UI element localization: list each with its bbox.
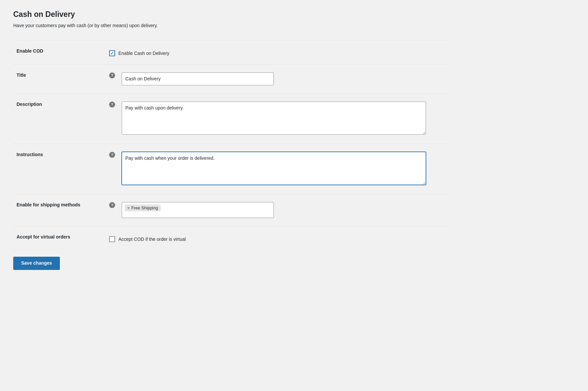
page-title: Cash on Delivery xyxy=(13,10,450,19)
shipping-methods-select[interactable]: × Free Shipping xyxy=(122,202,274,218)
row-description: Description ? Pay with cash upon deliver… xyxy=(13,94,450,144)
checkbox-wrapper-enable-cod[interactable]: ✓ Enable Cash on Delivery xyxy=(109,48,446,56)
field-label-enable-cod: Enable COD xyxy=(17,48,43,54)
tag-label-free-shipping: Free Shipping xyxy=(131,205,158,210)
enable-cod-label: Enable Cash on Delivery xyxy=(118,51,169,56)
field-label-description: Description xyxy=(17,102,42,107)
help-icon-shipping-methods[interactable]: ? xyxy=(109,202,115,208)
settings-table: Enable COD ✓ Enable Cash on Delivery Tit… xyxy=(13,40,450,250)
help-cell-description: ? xyxy=(106,94,118,144)
field-label-shipping-methods: Enable for shipping methods xyxy=(17,202,80,207)
tag-remove-free-shipping[interactable]: × xyxy=(127,206,130,210)
help-icon-description[interactable]: ? xyxy=(109,102,115,108)
help-cell-title: ? xyxy=(106,65,118,94)
label-title: Title xyxy=(13,65,106,94)
instructions-textarea[interactable]: Pay with cash when your order is deliver… xyxy=(122,152,426,185)
enable-cod-checkbox[interactable]: ✓ xyxy=(109,50,115,56)
checkmark-icon: ✓ xyxy=(110,51,114,56)
input-cell-description: Pay with cash upon delivery. xyxy=(118,94,450,144)
row-enable-cod: Enable COD ✓ Enable Cash on Delivery xyxy=(13,40,450,65)
field-label-virtual-orders: Accept for virtual orders xyxy=(17,234,70,239)
label-instructions: Instructions xyxy=(13,144,106,194)
virtual-orders-label: Accept COD if the order is virtual xyxy=(118,237,186,242)
help-cell-instructions: ? xyxy=(106,144,118,194)
title-input[interactable] xyxy=(122,72,274,85)
input-cell-enable-cod: ✓ Enable Cash on Delivery xyxy=(106,40,450,65)
page-wrapper: Cash on Delivery Have your customers pay… xyxy=(0,0,463,280)
input-cell-title xyxy=(118,65,450,94)
field-label-instructions: Instructions xyxy=(17,152,43,157)
description-textarea[interactable]: Pay with cash upon delivery. xyxy=(122,102,426,135)
label-shipping-methods: Enable for shipping methods xyxy=(13,194,106,226)
virtual-orders-checkbox[interactable] xyxy=(109,236,115,242)
row-title: Title ? xyxy=(13,65,450,94)
label-description: Description xyxy=(13,94,106,144)
help-cell-shipping-methods: ? xyxy=(106,194,118,226)
page-subtitle: Have your customers pay with cash (or by… xyxy=(13,23,450,28)
tag-free-shipping: × Free Shipping xyxy=(125,204,161,211)
input-cell-shipping-methods: × Free Shipping xyxy=(118,194,450,226)
checkbox-wrapper-virtual-orders[interactable]: Accept COD if the order is virtual xyxy=(109,234,446,242)
row-shipping-methods: Enable for shipping methods ? × Free Shi… xyxy=(13,194,450,226)
label-virtual-orders: Accept for virtual orders xyxy=(13,226,106,250)
input-cell-instructions: Pay with cash when your order is deliver… xyxy=(118,144,450,194)
help-icon-instructions[interactable]: ? xyxy=(109,152,115,158)
label-enable-cod: Enable COD xyxy=(13,40,106,65)
row-instructions: Instructions ? Pay with cash when your o… xyxy=(13,144,450,194)
save-button[interactable]: Save changes xyxy=(13,257,60,270)
input-cell-virtual-orders: Accept COD if the order is virtual xyxy=(106,226,450,250)
row-virtual-orders: Accept for virtual orders Accept COD if … xyxy=(13,226,450,250)
field-label-title: Title xyxy=(17,72,26,78)
help-icon-title[interactable]: ? xyxy=(109,72,115,78)
